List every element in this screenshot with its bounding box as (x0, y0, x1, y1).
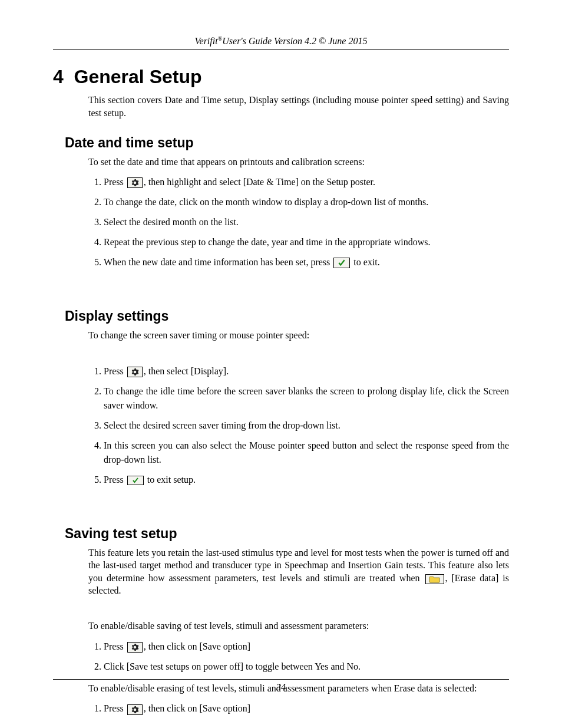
datetime-steps: Press , then highlight and select [Date … (88, 175, 509, 269)
saving-step1-1: Press , then click on [Save option] (104, 640, 509, 654)
section-display-title: Display settings (65, 308, 509, 324)
gear-icon (127, 704, 143, 715)
page: Verifit®User's Guide Version 4.2 © June … (0, 0, 562, 728)
step-text: , then select [Display]. (144, 366, 229, 376)
step-text: Press (104, 475, 126, 485)
step-text: to exit setup. (145, 475, 196, 485)
display-step-1: Press , then select [Display]. (104, 364, 509, 378)
datetime-step-2: To change the date, click on the month w… (104, 195, 509, 209)
display-step-2: To change the idle time before the scree… (104, 384, 509, 413)
section-datetime-title: Date and time setup (65, 135, 509, 151)
header-prefix: Verifit (195, 36, 218, 46)
step-text: Press (104, 177, 126, 187)
saving-intro: This feature lets you retain the last-us… (88, 546, 509, 597)
step-text: Press (104, 366, 126, 376)
saving-para2: To enable/disable saving of test levels,… (88, 620, 509, 633)
chapter-name: General Setup (74, 66, 202, 87)
saving-steps2: Press , then click on [Save option] (88, 701, 509, 716)
datetime-step-3: Select the desired month on the list. (104, 215, 509, 229)
step-text: , then click on [Save option] (144, 703, 250, 713)
step-text: Press (104, 703, 126, 713)
display-step-5: Press to exit setup. (104, 473, 509, 487)
saving-steps1: Press , then click on [Save option] Clic… (88, 640, 509, 674)
chapter-title: 4 General Setup (53, 66, 509, 88)
page-number: 34 (276, 682, 286, 692)
datetime-step-1: Press , then highlight and select [Date … (104, 175, 509, 189)
section-datetime-intro: To set the date and time that appears on… (88, 156, 509, 169)
gear-icon (127, 367, 143, 377)
saving-step2-1: Press , then click on [Save option] (104, 701, 509, 716)
gear-icon (127, 642, 143, 653)
step-text: , then click on [Save option] (144, 641, 250, 651)
chapter-number: 4 (53, 66, 64, 87)
step-text: , then highlight and select [Date & Time… (144, 177, 375, 187)
saving-step1-2: Click [Save test setups on power off] to… (104, 660, 509, 674)
display-steps: Press , then select [Display]. To change… (88, 364, 509, 487)
section-saving-title: Saving test setup (65, 526, 509, 542)
gear-icon (127, 177, 143, 188)
step-text: When the new date and time information h… (104, 257, 332, 267)
header-suffix: User's Guide Version 4.2 © June 2015 (222, 36, 367, 46)
step-text: to exit. (351, 257, 379, 267)
chapter-intro: This section covers Date and Time setup,… (88, 94, 509, 119)
folder-icon (425, 574, 444, 584)
section-display-intro: To change the screen saver timing or mou… (88, 329, 509, 342)
display-step-3: Select the desired screen saver timing f… (104, 419, 509, 433)
step-text: Press (104, 641, 126, 651)
page-header: Verifit®User's Guide Version 4.2 © June … (53, 35, 509, 50)
checkmark-icon (333, 258, 350, 268)
checkmark-icon (127, 476, 144, 485)
datetime-step-4: Repeat the previous step to change the d… (104, 235, 509, 249)
display-step-4: In this screen you can also select the M… (104, 439, 509, 467)
page-footer: 34 (53, 679, 509, 693)
datetime-step-5: When the new date and time information h… (104, 255, 509, 269)
